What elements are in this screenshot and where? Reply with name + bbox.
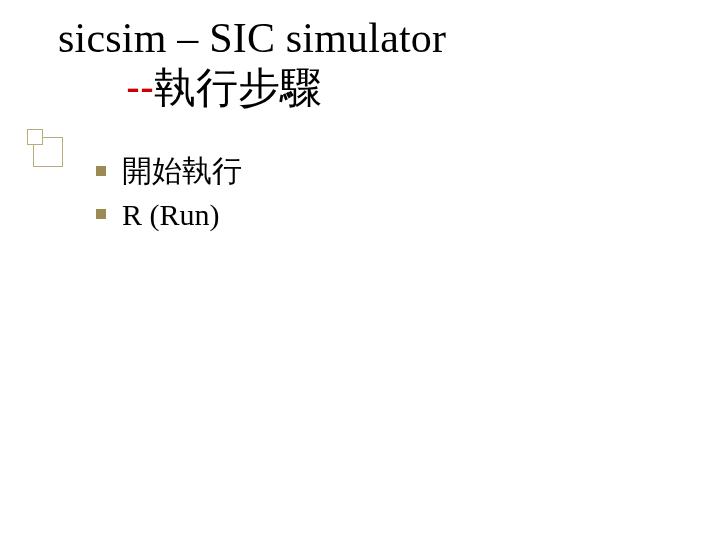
bullet-list: 開始執行 R (Run) [96,152,242,239]
list-item-text: 開始執行 [122,152,242,190]
slide: sicsim – SIC simulator --執行步驟 開始執行 R (Ru… [0,0,720,540]
corner-ornament-icon [27,129,69,171]
title-dashes: -- [126,64,154,111]
title-subtitle: 執行步驟 [154,65,322,111]
square-bullet-icon [96,209,106,219]
list-item: 開始執行 [96,152,242,190]
title-line-1: sicsim – SIC simulator [58,14,446,62]
list-item-text: R (Run) [122,196,220,234]
slide-title: sicsim – SIC simulator --執行步驟 [58,14,446,113]
list-item: R (Run) [96,196,242,234]
square-bullet-icon [96,166,106,176]
title-line-2: --執行步驟 [126,64,446,112]
